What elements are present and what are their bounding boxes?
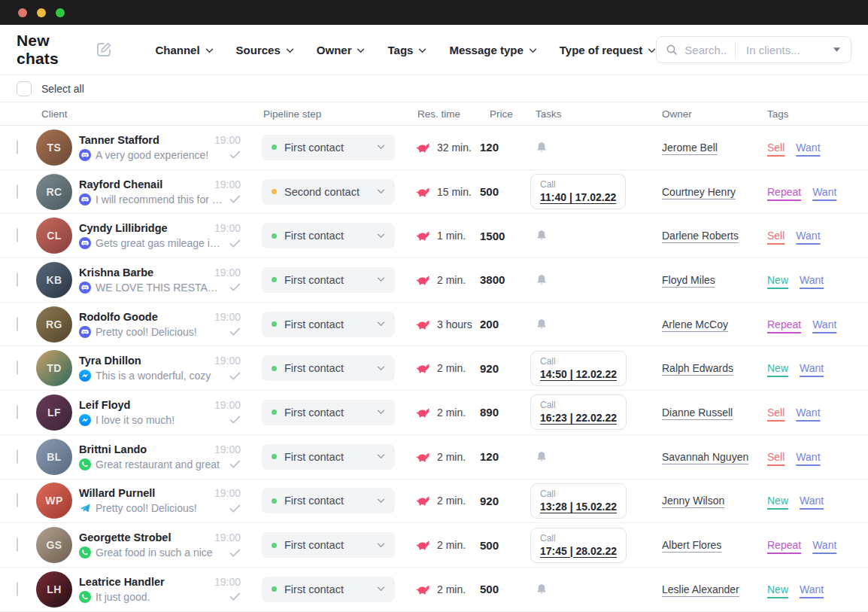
row-checkbox[interactable] [17,228,18,242]
chevron-down-icon [648,47,656,53]
call-task-card[interactable]: Call 13:28 | 15.02.22 [530,483,627,519]
whatsapp-icon [79,591,91,603]
row-checkbox[interactable] [17,405,18,419]
search-input[interactable] [684,44,726,56]
tag-new[interactable]: New [767,362,788,374]
call-task-card[interactable]: Call 16:23 | 22.02.22 [530,394,627,430]
tag-repeat[interactable]: Repeat [767,186,801,198]
tag-want[interactable]: Want [812,186,836,198]
chat-row[interactable]: GS Georgette Strobel 19:00 Great food in… [0,523,868,568]
owner-link[interactable]: Albert Flores [662,539,721,551]
tag-want[interactable]: Want [800,583,824,595]
tag-repeat[interactable]: Repeat [767,539,801,551]
pipeline-step-dropdown[interactable]: First contact [262,223,395,248]
chat-row[interactable]: BL Brittni Lando 19:00 Great restaurant … [0,435,868,480]
chat-row[interactable]: TD Tyra Dhillon 19:00 This is a wonderfu… [0,346,868,391]
tag-new[interactable]: New [767,274,788,286]
row-checkbox[interactable] [17,582,18,596]
tag-want[interactable]: Want [796,451,820,463]
filter-dropdown-owner[interactable]: Owner [317,44,366,56]
bell-icon [536,230,547,242]
pipeline-step-dropdown[interactable]: First contact [262,444,395,470]
chat-row[interactable]: KB Krishna Barbe 19:00 WE LOVE THIS REST… [0,258,868,303]
owner-link[interactable]: Jenny Wilson [662,495,724,507]
tag-want[interactable]: Want [800,495,824,507]
pipeline-step-dropdown[interactable]: First contact [262,488,395,513]
filter-dropdown-tags[interactable]: Tags [387,44,426,56]
chat-row[interactable]: RG Rodolfo Goode 19:00 Pretty cool! Deli… [0,303,868,347]
client-avatar: WP [36,483,72,519]
pipeline-label: First contact [284,274,369,286]
search-scope-select[interactable]: In clients... [735,41,851,58]
tag-want[interactable]: Want [796,142,820,154]
chat-row[interactable]: CL Cyndy Lillibridge 19:00 Gets great ga… [0,214,868,258]
call-task-card[interactable]: Call 17:45 | 28.02.22 [530,528,627,563]
pipeline-step-dropdown[interactable]: First contact [262,312,395,337]
window-close-button[interactable] [18,8,27,17]
filter-label: Message type [449,44,523,56]
row-checkbox[interactable] [17,449,18,464]
filter-dropdown-message-type[interactable]: Message type [449,44,536,56]
row-checkbox[interactable] [17,184,18,199]
avatar-initials: GS [46,539,62,551]
tag-sell[interactable]: Sell [767,406,785,419]
pipeline-step-dropdown[interactable]: First contact [262,355,395,381]
window-maximize-button[interactable] [56,8,65,17]
pipeline-step-dropdown[interactable]: First contact [262,267,395,293]
pipeline-step-dropdown[interactable]: First contact [262,532,395,558]
window-minimize-button[interactable] [37,8,46,17]
pipeline-step-dropdown[interactable]: First contact [262,400,395,425]
call-task-card[interactable]: Call 11:40 | 17.02.22 [530,174,626,209]
chat-row[interactable]: RC Rayford Chenail 19:00 I will recommen… [0,170,868,215]
owner-link[interactable]: Arlene McCoy [662,318,728,330]
tag-repeat[interactable]: Repeat [767,318,801,330]
tag-want[interactable]: Want [812,318,836,330]
pipeline-status-dot [272,366,277,371]
pipeline-step-dropdown[interactable]: First contact [262,577,395,602]
owner-link[interactable]: Darlene Roberts [662,230,739,242]
avatar-initials: CL [47,230,62,242]
row-checkbox[interactable] [17,361,18,375]
filter-dropdown-channel[interactable]: Channel [155,44,213,56]
tag-new[interactable]: New [767,495,788,507]
row-checkbox[interactable] [17,140,18,154]
discord-icon [79,149,91,161]
pipeline-step-dropdown[interactable]: Second contact [262,179,395,205]
tag-want[interactable]: Want [812,539,836,551]
row-checkbox[interactable] [17,537,18,552]
search-box: In clients... [656,36,851,63]
chat-row[interactable]: LH Leatrice Handler 19:00 It just good. [0,568,868,612]
owner-link[interactable]: Savannah Nguyen [662,451,748,463]
tag-want[interactable]: Want [800,362,824,374]
tags-cell: NewWant [766,583,851,595]
tag-sell[interactable]: Sell [767,142,785,154]
tag-want[interactable]: Want [800,274,824,286]
chat-row[interactable]: TS Tanner Stafford 19:00 A very good exp… [0,126,868,170]
chat-row[interactable]: LF Leif Floyd 19:00 I love it so much! [0,391,868,435]
filter-dropdown-type-of-request[interactable]: Type of request [560,44,657,56]
tag-want[interactable]: Want [796,230,820,242]
call-task-card[interactable]: Call 14:50 | 12.02.22 [530,351,627,386]
owner-link[interactable]: Courtney Henry [662,186,736,198]
tag-want[interactable]: Want [796,406,820,419]
owner-link[interactable]: Ralph Edwards [662,362,733,374]
tag-sell[interactable]: Sell [767,230,785,242]
owner-link[interactable]: Floyd Miles [662,274,715,286]
row-checkbox[interactable] [17,273,18,287]
row-checkbox[interactable] [17,493,18,507]
owner-link[interactable]: Jerome Bell [662,142,718,154]
tag-sell[interactable]: Sell [767,451,785,463]
filter-dropdown-sources[interactable]: Sources [236,44,294,56]
chat-row[interactable]: WP Willard Purnell 19:00 Pretty cool! De… [0,480,868,524]
tag-new[interactable]: New [767,583,788,595]
discord-icon [79,326,91,338]
pipeline-label: First contact [284,318,369,330]
tasks-cell: Call 17:45 | 28.02.22 [523,528,653,563]
row-checkbox[interactable] [17,317,18,331]
owner-link[interactable]: Leslie Alexander [662,583,739,595]
call-title: Call [540,533,617,543]
compose-icon[interactable] [95,41,113,59]
select-all-checkbox[interactable] [17,81,32,96]
pipeline-step-dropdown[interactable]: First contact [262,135,395,160]
owner-link[interactable]: Dianne Russell [662,406,733,419]
